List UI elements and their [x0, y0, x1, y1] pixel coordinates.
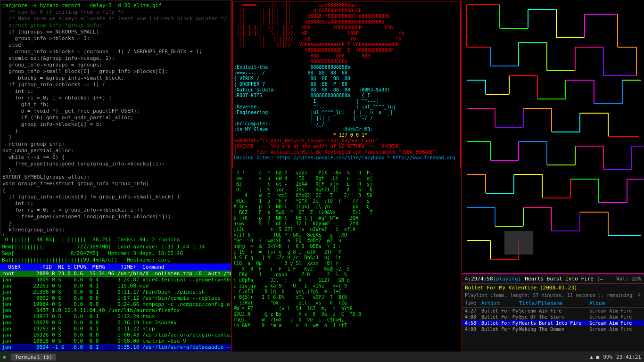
- maze-svg: [462, 0, 644, 273]
- matrix-line: [zHxl ^bk zIl vs R T2g: [233, 300, 460, 306]
- code-line-10: int i;: [2, 88, 229, 95]
- code-line-20: while (--i >= 0) {: [2, 154, 229, 161]
- matrix-line: hqh@ = & D<Y<K ( 6 0 QEEa \ J :: [233, 244, 460, 249]
- code-line-7: group_info->small_block[0] = group_info-…: [2, 68, 229, 75]
- code-line-11: for (i = 0; i < nblocks; i++) {: [2, 95, 229, 101]
- code-comment-1: /* can be 0 if initing from a file */: [2, 9, 229, 16]
- code-line-21: free_page((unsigned long)group_info->blo…: [2, 161, 229, 167]
- table-row[interactable]: jan 18917 0 S 0.0 0.1 0:12.29 tmux: [0, 313, 231, 320]
- matrix-line: \ u0pFa JJ. ; X 1L2? GB q: [233, 278, 460, 283]
- code-line-30: }: [2, 220, 229, 227]
- matrix-line: X 0 F r F 1 F KvJ. K&@ -2 S: [233, 266, 460, 272]
- table-row[interactable]: jan 19984 0 S 0.0 0.0 0:24.66 ncmpcpp -c…: [0, 301, 231, 307]
- hack-line: :R00T-KITS 8888888888888b { I: [234, 93, 459, 99]
- list-item[interactable]: 4:00Bullet For MyWaking The DemonScream …: [462, 326, 644, 332]
- matrix-line: S ;)K p D NB l NB l [ #g'_N^= 2QH: [233, 215, 460, 221]
- hack-line: || || |||| |||| d888888aa888888888888888…: [234, 19, 459, 25]
- hack-line: :Engineering |ul_^^^^_lu| { |_ u u _|: [234, 110, 459, 115]
- table-row[interactable]: jan 3437 1.0 10.4 11:04.40 /usr/lib/auro…: [0, 307, 231, 313]
- taskbar-systray: ▲ ■ 99% 23:41:21: [587, 354, 644, 360]
- table-row[interactable]: jan 10818 0 S 0.0 0.0 0:08.00 cmatrix -b…: [0, 338, 231, 344]
- code-line-19: out_undo_partial_alloc:: [2, 148, 229, 154]
- player-now-playing: 4:29/4:58 [playing] Hearts Burst Into Fi…: [462, 274, 644, 284]
- code-line-1: if (ngroups <= NGROUPS_SMALL): [2, 29, 229, 35]
- hack-line: { VIRUS / 88 88 88 88: [234, 76, 459, 82]
- hack-line: :Reverse- ^^-- { |ul_^^^^_lu|: [234, 104, 459, 110]
- list-item[interactable]: 4:58Bullet For MyHearts Burst Into FireS…: [462, 320, 644, 326]
- prompt-line-1: jan@core:~$ byzanz-record --delay=3 -d 3…: [2, 2, 229, 9]
- matrix-line: ( B{S)r I l 6 D% xTi s0PJ T B{8: [233, 295, 460, 300]
- code-line-23: EXPORT_SYMBOL(groups_alloc);: [2, 174, 229, 181]
- terminal-output: jan@core:~$ byzanz-record --delay=3 -d 3…: [0, 0, 231, 236]
- matrix-line: $JUJ.N @.z Bx h c 0 Ve i C "D B: [233, 312, 460, 317]
- track-artist: Bullet For My: [481, 321, 519, 326]
- hack-line: || || |||| |||| d:888888888888:8b: [234, 8, 459, 14]
- table-row[interactable]: jan 10029 0 S 0.0 0.0 0:16.19 lua 3spook…: [0, 320, 231, 326]
- matrix-line: vw s u uW d =I6 8gt .Ui u L q(: [233, 176, 460, 181]
- track-time: 4:00: [465, 327, 481, 332]
- hack-line: [|[ ] ]|] \|| ||// d8P Y88888888P Y8b: [234, 25, 459, 31]
- track-title: Scream Aim Fire: [519, 308, 589, 313]
- matrix-line: 6Uo 1 a ^h Y *Q"X Je. ;l0 f // s: [233, 198, 460, 204]
- proc-swp-line: Swp[ 0/2047MB] Uptime: 3 days, 10:05:46: [0, 250, 231, 257]
- music-player: 4:29/4:58 [playing] Hearts Burst Into Fi…: [462, 273, 644, 362]
- table-row[interactable]: jan 21396 0 S 0.0 0.1 0:11.17 /bin/bash …: [0, 289, 231, 295]
- code-line-16: }: [2, 128, 229, 134]
- taskbar-icon[interactable]: ▣: [0, 354, 9, 360]
- maze-panel: [462, 0, 644, 283]
- taskbar-terminal-button[interactable]: Terminal (5): [11, 354, 56, 361]
- player-playlist-info: Playlist items, length: 57 minutes, 11 s…: [462, 292, 644, 299]
- code-line-31: kfree(group_info);: [2, 227, 229, 233]
- table-row[interactable]: root 2889 R 23.0 0.6 15:34.96 /usr/bin/X…: [0, 271, 231, 277]
- track-time: 4:08: [465, 314, 481, 320]
- code-line-18: return group_info;: [2, 141, 229, 148]
- track-album: Scream Aim Fire: [589, 314, 641, 320]
- table-row[interactable]: jan 3024 -1 S 0.0 0.1 0:35.10 /usr/lib/a…: [0, 344, 231, 350]
- playlist[interactable]: 4:27Bullet For MyScream Aim FireScream A…: [462, 308, 644, 332]
- code-line-8: blocks = &group_info->small_block;: [2, 75, 229, 82]
- player-vol: Vol: 22%: [616, 276, 641, 282]
- process-table: 0 [||||| 38.8%] 1 [||||| 38.2%] Tasks: 9…: [0, 236, 231, 358]
- code-line-5: atomic_set(&group_info->usage, 1);: [2, 55, 229, 62]
- proc-rows: root 2889 R 23.0 0.6 15:34.96 /usr/bin/X…: [0, 271, 231, 350]
- code-line-28: for (i = 0; i < group_info->nblocks; i++…: [2, 207, 229, 214]
- hack-line: || || \||// Y8baaaaaaaaaaa8P T Y88aaaaaa…: [234, 42, 459, 48]
- playlist-header: Time Artist Title/Filename Album: [462, 299, 644, 308]
- hack-line: ,=====. ,|| ,|| aad8888888baa: [234, 2, 459, 8]
- code-comment-2: /* Make sure we always allocate at least…: [2, 16, 229, 22]
- list-item[interactable]: 4:08Bullet For MyEye Of The StormScream …: [462, 314, 644, 320]
- hacker-panel: ,=====. ,|| ,|| aad8888888baa || || ||||…: [231, 0, 462, 362]
- matrix-area: J ! c * h@ 2 yzps P)X -N< % U P, vw s u …: [232, 169, 461, 358]
- matrix-line: i 1S ( = [sl q g 8 I _Gt6 2fh Y: [233, 249, 460, 255]
- table-row[interactable]: jan 19263 0 S 0.0 0.1 0:11.22 htop: [0, 326, 231, 332]
- matrix-line: U. ; % ;or Jss- 9wt?l JI A 6 h: [233, 187, 460, 193]
- svg-rect-89: [504, 231, 533, 255]
- hack-line: { DROPPER 7 88 88 P 88: [234, 82, 459, 87]
- hack-line: * 127 0 0 1*: [234, 132, 459, 138]
- matrix-line: 6J " l ot - ZoX# R[F x{m L R sj: [233, 181, 460, 187]
- code-line-9: if (group_info->nblocks == 1) {: [2, 82, 229, 88]
- code-line-24: void groups_free(struct group_info *grou…: [2, 181, 229, 187]
- hacker-art-area: ,=====. ,|| ,|| aad8888888baa || || ||||…: [232, 1, 461, 168]
- proc-columns: USER PID NI S CPU% MEM% TIME+ Command: [0, 263, 231, 271]
- table-row[interactable]: jan 16326 0 S 0.0 0.0 1:00.43 /usr/lib/a…: [0, 332, 231, 338]
- code-line-3: else: [2, 42, 229, 49]
- table-row[interactable]: jan 3005 0 S 0.0 0.4 3:24.87 xfce4-termi…: [0, 277, 231, 283]
- col-title: Title/Filename: [519, 300, 589, 306]
- track-time: 4:58: [465, 321, 481, 326]
- code-line-12: gid_t *b;: [2, 101, 229, 108]
- table-row[interactable]: jan 22263 0 S 0.0 0.1 115.08 mpd: [0, 283, 231, 289]
- hack-line: +WARNING+"Illegal_Network_Connections_Be…: [234, 138, 459, 144]
- systray-icons[interactable]: ▲ ■: [590, 354, 599, 360]
- matrix-line: ERq i gyuo 7=D -2 % S: [233, 272, 460, 278]
- list-item[interactable]: 4:27Bullet For MyScream Aim FireScream A…: [462, 308, 644, 314]
- table-row[interactable]: jan 3002 0 S 0.0 0.8 1:57.12 /usr/bin/co…: [0, 295, 231, 301]
- track-album: Scream Aim Fire: [589, 321, 641, 326]
- code-line-25: {: [2, 187, 229, 194]
- code-line-14: if (!b) goto out_undo_partial_alloc;: [2, 115, 229, 121]
- track-time: 4:27: [465, 308, 481, 313]
- hack-line: :Ur-Computer- '-/_/: [234, 121, 459, 127]
- track-artist: Bullet For My: [481, 327, 519, 332]
- track-title: Eye Of The Storm: [519, 314, 589, 320]
- hack-line: |H4CK3R -== You are at the point of NO R…: [234, 144, 459, 149]
